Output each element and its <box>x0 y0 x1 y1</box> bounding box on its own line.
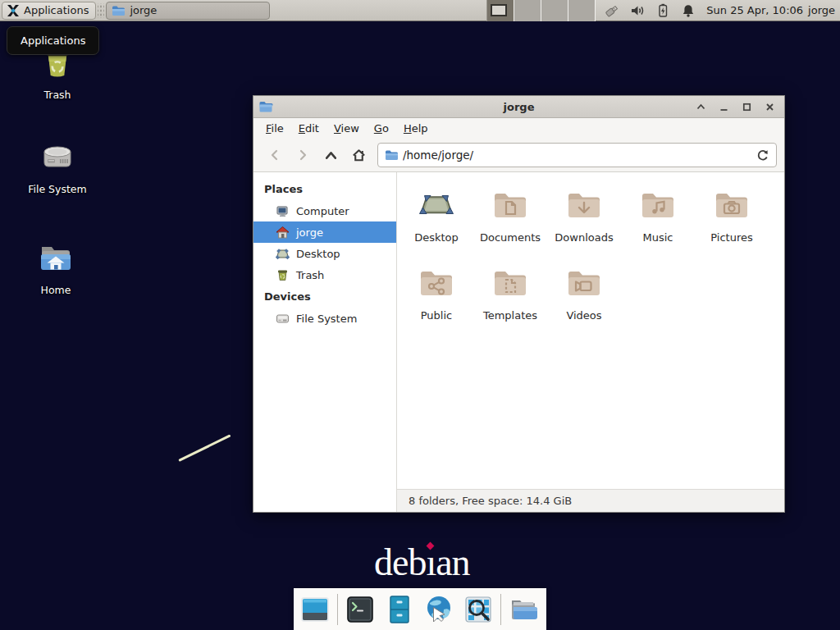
web-browser-globe-icon <box>422 593 455 626</box>
volume-icon[interactable] <box>629 2 646 19</box>
session-user-label[interactable]: jorge <box>808 4 835 16</box>
home-button[interactable] <box>345 143 372 167</box>
music-folder-icon <box>638 186 678 226</box>
notifications-bell-icon[interactable] <box>680 2 696 19</box>
sidebar-item-jorge[interactable]: jorge <box>253 221 396 243</box>
brand-text: deb <box>374 541 426 583</box>
menu-go[interactable]: Go <box>367 120 396 137</box>
minimize-button[interactable] <box>719 102 729 112</box>
debian-logo: debıan <box>374 541 470 584</box>
show-desktop-button[interactable] <box>298 592 332 627</box>
sidebar-item-desktop[interactable]: Desktop <box>253 243 396 264</box>
maximize-button[interactable] <box>742 102 752 112</box>
public-folder-icon <box>417 264 456 304</box>
file-item-videos[interactable]: Videos <box>547 264 621 342</box>
dock-separator <box>500 594 501 625</box>
window-body: Places Computer jorge <box>253 172 784 512</box>
sidebar-header-devices: Devices <box>253 285 396 308</box>
clock[interactable]: Sun 25 Apr, 10:06 <box>706 4 803 16</box>
file-manager-launcher[interactable] <box>382 592 417 627</box>
desktop-icon-label: Home <box>41 284 71 296</box>
panel-handle[interactable] <box>98 3 104 18</box>
terminal-launcher[interactable] <box>343 592 377 627</box>
applications-menu-button[interactable]: Applications <box>2 2 96 20</box>
directory-menu-launcher[interactable] <box>506 592 541 627</box>
main-column: Desktop Documents <box>397 172 784 512</box>
file-label: Documents <box>480 231 541 244</box>
directory-menu-folder-icon <box>507 593 540 626</box>
sidebar-item-label: Computer <box>296 205 349 217</box>
sidebar-header-places: Places <box>253 178 396 200</box>
sidebar-item-label: jorge <box>296 226 323 239</box>
home-icon <box>276 226 290 240</box>
sidebar-item-label: File System <box>296 313 357 325</box>
workspace-switcher <box>486 0 596 21</box>
applications-menu-label: Applications <box>24 4 89 16</box>
file-item-desktop[interactable]: Desktop <box>399 186 473 264</box>
file-manager-window: jorge File Edit View Go Help <box>253 95 785 513</box>
top-panel: Applications jorge <box>0 0 840 21</box>
desktop[interactable]: { "panel": { "applications_button": "App… <box>0 0 840 630</box>
back-button[interactable] <box>261 143 289 167</box>
workspace-2[interactable] <box>514 0 541 21</box>
desktop-icon-file-system[interactable]: File System <box>21 138 94 195</box>
pictures-folder-icon <box>712 186 751 226</box>
menu-help[interactable]: Help <box>396 120 436 137</box>
file-item-downloads[interactable]: Downloads <box>547 186 621 264</box>
hard-drive-icon <box>38 138 77 177</box>
file-item-music[interactable]: Music <box>621 186 695 264</box>
path-input[interactable] <box>403 148 751 162</box>
home-folder-icon <box>36 239 75 278</box>
trash-icon <box>276 268 290 282</box>
desktop-icon-home[interactable]: Home <box>20 239 92 296</box>
desktop-special-icon <box>417 186 456 226</box>
file-label: Desktop <box>414 231 459 244</box>
file-list: Desktop Documents <box>397 172 784 489</box>
file-item-pictures[interactable]: Pictures <box>695 186 769 264</box>
taskbar-window-button[interactable]: jorge <box>106 2 270 20</box>
menu-view[interactable]: View <box>326 120 367 137</box>
removable-media-icon[interactable] <box>604 2 620 19</box>
window-controls <box>696 102 784 112</box>
close-button[interactable] <box>765 102 775 112</box>
app-finder-icon <box>462 593 495 626</box>
desktop-icon <box>276 247 290 261</box>
sidebar: Places Computer jorge <box>253 172 397 512</box>
sidebar-item-file-system[interactable]: File System <box>253 308 396 329</box>
app-finder-launcher[interactable] <box>461 592 495 627</box>
file-label: Videos <box>566 309 601 322</box>
menu-edit[interactable]: Edit <box>291 120 326 137</box>
sidebar-item-trash[interactable]: Trash <box>253 264 396 285</box>
statusbar: 8 folders, Free space: 14.4 GiB <box>397 489 784 512</box>
file-label: Downloads <box>555 231 613 244</box>
up-button[interactable] <box>317 143 345 167</box>
battery-charging-icon[interactable] <box>655 2 671 19</box>
sidebar-item-label: Trash <box>296 269 324 281</box>
file-label: Public <box>421 309 452 322</box>
terminal-icon <box>344 593 377 626</box>
shade-button[interactable] <box>696 102 706 112</box>
reload-icon[interactable] <box>756 148 769 162</box>
workspace-3[interactable] <box>541 0 568 21</box>
downloads-folder-icon <box>564 186 604 226</box>
templates-folder-icon <box>491 264 530 304</box>
desktop-icon-label: Trash <box>43 89 71 101</box>
file-item-templates[interactable]: Templates <box>473 264 547 342</box>
file-item-public[interactable]: Public <box>399 264 473 342</box>
sidebar-item-computer[interactable]: Computer <box>253 200 396 221</box>
workspace-4[interactable] <box>568 0 596 21</box>
menubar: File Edit View Go Help <box>253 118 784 139</box>
file-label: Templates <box>483 309 537 322</box>
file-item-documents[interactable]: Documents <box>473 186 547 264</box>
titlebar[interactable]: jorge <box>253 96 784 118</box>
computer-icon <box>276 204 290 218</box>
show-desktop-icon <box>299 593 331 626</box>
wallpaper-scratch-line <box>178 434 231 461</box>
web-browser-launcher[interactable] <box>422 592 456 627</box>
documents-folder-icon <box>491 186 530 226</box>
location-bar[interactable] <box>377 143 777 167</box>
applications-tooltip: Applications <box>7 26 99 55</box>
workspace-1[interactable] <box>487 0 514 21</box>
forward-button[interactable] <box>289 143 317 167</box>
menu-file[interactable]: File <box>258 120 291 137</box>
